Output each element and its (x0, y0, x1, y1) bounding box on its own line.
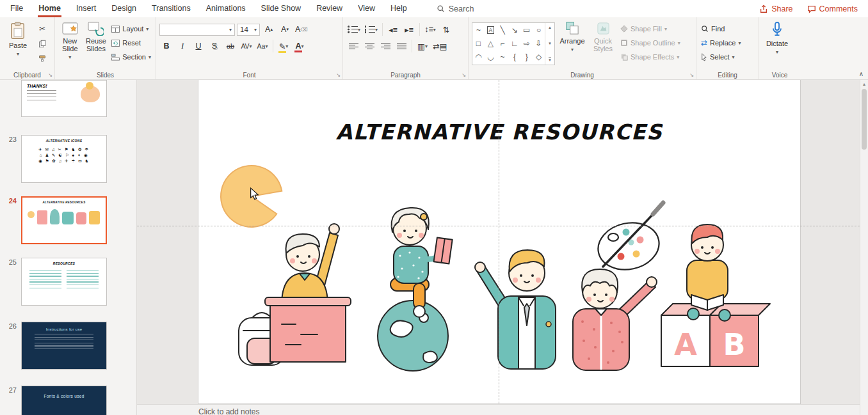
shape-left-brace-icon[interactable]: { (513, 52, 516, 61)
collapse-ribbon-button[interactable]: ∧ (859, 70, 864, 77)
italic-button[interactable]: I (175, 40, 189, 52)
clipboard-dialog-launcher[interactable]: ↘ (48, 73, 52, 78)
tab-file[interactable]: File (3, 0, 31, 17)
share-button[interactable]: Share (759, 4, 792, 13)
tab-help[interactable]: Help (383, 0, 415, 17)
format-painter-button[interactable] (35, 52, 49, 65)
scrollbar-thumb[interactable] (862, 89, 867, 150)
shape-elbow-connector-icon[interactable]: ⌐ (501, 39, 505, 48)
scroll-up-icon[interactable]: ▴ (863, 81, 865, 87)
boy-at-desk-illustration[interactable] (239, 224, 351, 365)
shape-right-brace-icon[interactable]: } (526, 52, 528, 61)
tab-home[interactable]: Home (31, 0, 68, 17)
thumbnail-preview[interactable]: Instructions for use (21, 322, 107, 370)
font-name-combo[interactable]: ▾ (159, 24, 235, 36)
replace-button[interactable]: ⇄ Replace▾ (700, 36, 742, 49)
shape-effects-button[interactable]: Shape Effects▾ (619, 51, 682, 63)
thumbnail-slide-25[interactable]: 25 RESOURCES (4, 258, 136, 306)
change-case-button[interactable]: Aa▾ (255, 40, 269, 52)
font-dialog-launcher[interactable]: ↘ (336, 73, 341, 78)
thumbnail-slide-22[interactable]: THANKS! (4, 80, 136, 117)
shape-elbow-arrow-icon[interactable]: ∟ (511, 39, 518, 48)
shapes-scroll-down-icon[interactable]: ▾ (549, 41, 551, 46)
underline-button[interactable]: U (191, 40, 205, 52)
shape-diamond-icon[interactable]: ◇ (536, 52, 542, 61)
shape-right-arrow-icon[interactable]: ⇨ (524, 39, 530, 48)
thumbnail-preview[interactable]: Fonts & colors used (21, 386, 107, 415)
text-highlight-color-button[interactable]: ✎▾ (277, 40, 291, 52)
tab-insert[interactable]: Insert (68, 0, 104, 17)
text-direction-button[interactable]: ⇅ (439, 23, 453, 36)
comments-button[interactable]: Comments (807, 4, 858, 13)
shape-line-icon[interactable]: ╲ (500, 26, 504, 35)
shape-curve-icon[interactable]: ◡ (487, 52, 494, 61)
paste-button[interactable]: Paste ▾ (3, 19, 33, 58)
reuse-slides-button[interactable]: Reuse Slides (84, 19, 108, 52)
slide-editing-canvas[interactable]: ALTERNATIVE RESOURCES (137, 80, 860, 415)
justify-button[interactable] (394, 40, 408, 52)
thumbnail-preview[interactable]: ALTERNATIVE RESOURCES (21, 196, 107, 244)
arrange-button[interactable]: Arrange ▾ (558, 19, 587, 54)
find-button[interactable]: Find (700, 22, 742, 35)
shape-scribble-icon[interactable]: ~ (501, 52, 505, 61)
thumbnail-slide-26[interactable]: 26 Instructions for use (4, 322, 136, 370)
bullets-button[interactable]: ▾ (346, 23, 362, 36)
decrease-indent-button[interactable]: ◂≡ (386, 23, 400, 36)
new-slide-button[interactable]: New Slide ▾ (58, 19, 82, 61)
character-spacing-button[interactable]: AV▾ (239, 40, 253, 52)
shape-rectangle-icon[interactable]: ▭ (523, 26, 530, 35)
align-right-button[interactable] (378, 40, 392, 52)
shrink-font-button[interactable]: A▾ (278, 23, 292, 36)
tab-review[interactable]: Review (309, 0, 350, 17)
notes-pane[interactable]: Click to add notes (137, 404, 860, 415)
reset-button[interactable]: Reset (110, 36, 152, 49)
line-spacing-button[interactable]: ↕≡▾ (423, 23, 437, 36)
clear-formatting-button[interactable]: A⌫ (294, 23, 309, 36)
thumbnail-slide-27[interactable]: 27 Fonts & colors used (4, 386, 136, 415)
layout-button[interactable]: Layout▾ (110, 22, 152, 35)
slide-canvas[interactable]: ALTERNATIVE RESOURCES (198, 80, 800, 403)
tab-design[interactable]: Design (104, 0, 144, 17)
tab-transitions[interactable]: Transitions (144, 0, 198, 17)
shape-fill-button[interactable]: Shape Fill▾ (619, 22, 682, 35)
drawing-dialog-launcher[interactable]: ↘ (689, 73, 694, 78)
select-button[interactable]: Select▾ (700, 51, 742, 63)
quick-styles-button[interactable]: Quick Styles (590, 19, 616, 52)
dictate-button[interactable]: Dictate ▾ (762, 19, 792, 56)
cut-button[interactable]: ✂ (35, 22, 49, 35)
tab-view[interactable]: View (350, 0, 383, 17)
shape-triangle-icon[interactable]: △ (488, 39, 494, 48)
boy-on-blocks-illustration[interactable]: A B (661, 224, 770, 366)
font-size-combo[interactable]: 14▾ (237, 24, 260, 36)
paragraph-dialog-launcher[interactable]: ↘ (462, 73, 466, 78)
font-color-button[interactable]: A▾ (293, 40, 307, 52)
numbering-button[interactable]: ▾ (364, 23, 379, 36)
columns-button[interactable]: ▥▾ (415, 40, 430, 52)
increase-indent-button[interactable]: ▸≡ (402, 23, 416, 36)
thumbnail-preview[interactable]: ALTERNATIVE ICONS ✈ ✉ ♫ ✂ ⚑ ♞ ✿ ☂ ⌂ ♟ ✎ … (21, 135, 107, 183)
tab-slide-show[interactable]: Slide Show (253, 0, 309, 17)
thumbnail-slide-24[interactable]: 24 ALTERNATIVE RESOURCES (4, 196, 136, 244)
grow-font-button[interactable]: A▴ (262, 23, 276, 36)
thumbnail-preview[interactable]: RESOURCES (21, 258, 107, 306)
shape-rounded-rectangle-icon[interactable]: □ (476, 39, 481, 48)
strikethrough-button[interactable]: ab (223, 40, 237, 52)
bold-button[interactable]: B (159, 40, 173, 52)
slide-title-text[interactable]: ALTERNATIVE RESOURCES (198, 120, 800, 145)
shape-freeform-icon[interactable]: ~ (476, 26, 481, 35)
thumbnail-slide-23[interactable]: 23 ALTERNATIVE ICONS ✈ ✉ ♫ ✂ ⚑ ♞ ✿ ☂ ⌂ ♟… (4, 135, 136, 183)
copy-button[interactable] (35, 37, 49, 50)
girl-on-globe-illustration[interactable] (378, 208, 453, 371)
convert-to-smartart-button[interactable]: ⇄▤ (431, 40, 448, 52)
shape-arc-icon[interactable]: ◠ (475, 52, 481, 61)
align-left-button[interactable] (346, 40, 360, 52)
thumbnail-preview[interactable]: THANKS! (21, 80, 107, 117)
search-box[interactable]: Search (437, 4, 474, 13)
shape-outline-button[interactable]: Shape Outline▾ (619, 36, 682, 49)
text-shadow-button[interactable]: S (207, 40, 221, 52)
shape-down-arrow-icon[interactable]: ⇩ (536, 39, 542, 48)
shape-arrow-line-icon[interactable]: ↘ (511, 26, 518, 35)
shapes-more-icon[interactable]: ▾ (549, 57, 551, 63)
shape-oval-icon[interactable]: ○ (536, 26, 541, 35)
vertical-scrollbar[interactable]: ▴ (860, 80, 868, 415)
